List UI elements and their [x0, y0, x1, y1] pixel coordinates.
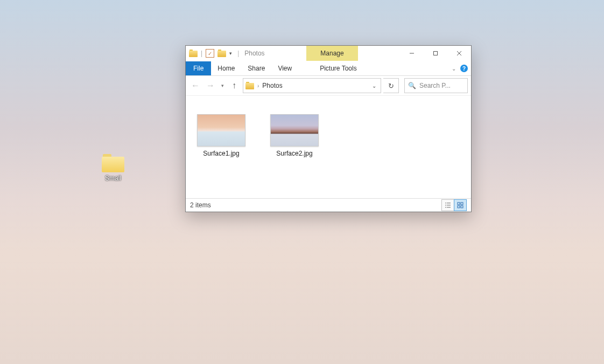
desktop-icon-label: Small: [96, 174, 130, 182]
contextual-tab-label: Manage: [320, 50, 343, 57]
nav-back-button[interactable]: ←: [189, 79, 202, 92]
close-button[interactable]: [447, 46, 471, 61]
details-view-icon: [445, 202, 451, 208]
status-item-count: 2 items: [190, 201, 442, 209]
view-thumbnails-button[interactable]: [454, 199, 467, 211]
thumbnail-icon: [197, 114, 245, 146]
address-folder-icon: [245, 82, 254, 89]
help-icon[interactable]: ?: [460, 65, 468, 72]
title-separator: |: [237, 50, 239, 57]
thumbnail-icon: [270, 114, 319, 146]
svg-rect-12: [458, 206, 460, 208]
maximize-button[interactable]: [424, 46, 447, 61]
thumbnails-view-icon: [457, 202, 463, 208]
search-placeholder: Search P...: [419, 82, 451, 89]
address-history-chevron-icon[interactable]: ⌄: [370, 83, 378, 89]
titlebar[interactable]: | ✓ ▾ | Photos Manage: [186, 46, 471, 61]
qat-customize-chevron-icon[interactable]: ▾: [229, 51, 232, 56]
tab-share[interactable]: Share: [241, 61, 271, 75]
nav-forward-button[interactable]: →: [204, 79, 217, 92]
qat-newfolder-icon[interactable]: [217, 50, 226, 57]
window-title: Photos: [244, 50, 264, 57]
qat-separator: |: [201, 50, 202, 57]
navigation-bar: ← → ▾ ↑ › Photos ⌄ ↻ 🔍 Search P...: [186, 76, 471, 96]
file-name: Surface1.jpg: [195, 150, 247, 157]
ribbon-tabs: File Home Share View Picture Tools ⌄ ?: [186, 61, 471, 76]
refresh-button[interactable]: ↻: [383, 78, 399, 93]
file-explorer-window: | ✓ ▾ | Photos Manage: [185, 45, 472, 212]
view-details-button[interactable]: [441, 199, 454, 211]
file-item[interactable]: Surface1.jpg: [195, 114, 247, 157]
content-pane[interactable]: Surface1.jpg Surface2.jpg: [186, 96, 471, 198]
breadcrumb-chevron-icon[interactable]: ›: [257, 83, 259, 89]
search-icon: 🔍: [408, 82, 416, 89]
nav-up-button[interactable]: ↑: [228, 79, 241, 92]
tab-picture-tools[interactable]: Picture Tools: [313, 61, 363, 75]
address-bar[interactable]: › Photos ⌄: [243, 78, 381, 93]
app-folder-icon: [189, 50, 198, 57]
svg-rect-1: [434, 52, 438, 55]
tab-view[interactable]: View: [271, 61, 298, 75]
breadcrumb-photos[interactable]: Photos: [262, 82, 282, 89]
wallpaper-dune-shadow: [0, 316, 604, 364]
file-name: Surface2.jpg: [269, 150, 320, 157]
tab-home[interactable]: Home: [211, 61, 241, 75]
contextual-tab-manage[interactable]: Manage: [306, 46, 358, 61]
svg-rect-13: [461, 206, 463, 208]
ribbon-expand-chevron-icon[interactable]: ⌄: [452, 66, 456, 72]
svg-rect-11: [461, 202, 463, 205]
tab-file[interactable]: File: [186, 61, 211, 75]
svg-rect-10: [458, 202, 460, 205]
qat-properties-icon[interactable]: ✓: [206, 49, 214, 58]
desktop-folder-small[interactable]: Small: [96, 154, 130, 182]
search-box[interactable]: 🔍 Search P...: [404, 78, 468, 93]
file-item[interactable]: Surface2.jpg: [269, 114, 320, 157]
status-bar: 2 items: [186, 198, 471, 212]
desktop[interactable]: Small | ✓ ▾ | Photos Manage: [0, 0, 604, 364]
folder-icon: [102, 154, 124, 172]
minimize-button[interactable]: [400, 46, 424, 61]
nav-history-chevron-icon[interactable]: ▾: [219, 83, 226, 88]
